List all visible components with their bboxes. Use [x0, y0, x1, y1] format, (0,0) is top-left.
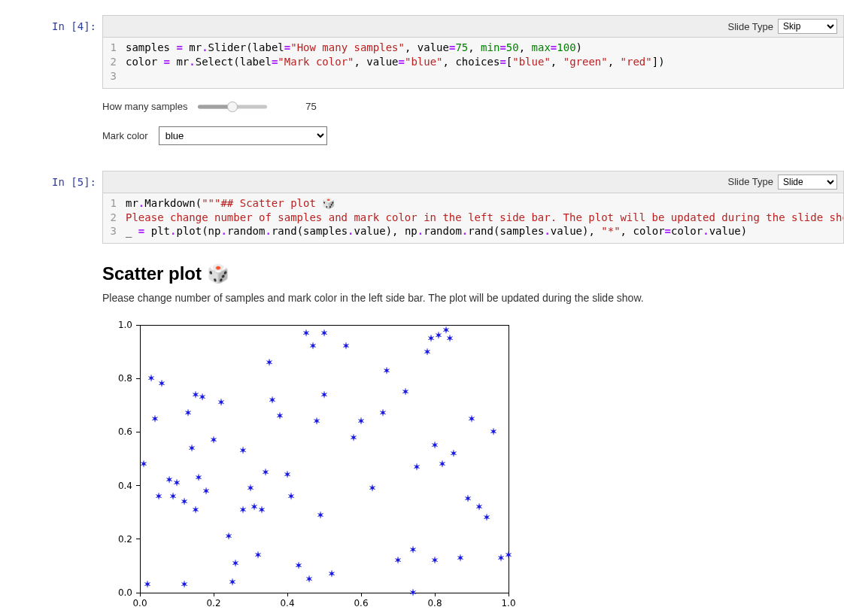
slide-type-select-4[interactable]: -SlideSub-SlideFragmentSkipNotes — [778, 19, 837, 34]
svg-text:✶: ✶ — [202, 486, 210, 496]
svg-text:✶: ✶ — [490, 427, 497, 438]
svg-text:✶: ✶ — [350, 432, 357, 443]
cell-toolbar-5: Slide Type -SlideSub-SlideFragmentSkipNo… — [102, 171, 844, 193]
svg-text:0.4: 0.4 — [280, 598, 294, 608]
svg-text:✶: ✶ — [254, 551, 262, 561]
svg-text:✶: ✶ — [276, 411, 284, 421]
svg-text:✶: ✶ — [210, 435, 217, 445]
svg-text:0.4: 0.4 — [118, 481, 132, 491]
svg-text:✶: ✶ — [379, 408, 387, 419]
svg-text:✶: ✶ — [450, 448, 457, 459]
samples-slider[interactable] — [198, 101, 267, 113]
slider-widget: How many samples 75 — [102, 101, 844, 113]
svg-text:1.0: 1.0 — [118, 320, 132, 330]
svg-text:✶: ✶ — [483, 513, 490, 523]
svg-text:✶: ✶ — [295, 561, 302, 572]
svg-text:✶: ✶ — [239, 505, 247, 515]
line-number-gutter: 1 2 3 — [103, 193, 123, 242]
svg-text:✶: ✶ — [431, 556, 439, 566]
svg-text:✶: ✶ — [305, 575, 313, 585]
svg-text:✶: ✶ — [147, 374, 155, 384]
svg-text:✶: ✶ — [409, 587, 417, 598]
scatter-plot-heading: Scatter plot 🎲 — [102, 263, 844, 284]
svg-text:✶: ✶ — [435, 331, 442, 341]
svg-text:✶: ✶ — [247, 484, 254, 494]
svg-text:✶: ✶ — [413, 462, 420, 472]
svg-text:✶: ✶ — [192, 390, 199, 400]
code-editor-5[interactable]: 1 2 3 mr.Markdown("""## Scatter plot 🎲 P… — [102, 193, 844, 244]
svg-text:✶: ✶ — [369, 484, 376, 494]
svg-text:✶: ✶ — [317, 510, 324, 520]
svg-text:✶: ✶ — [181, 496, 188, 507]
svg-text:✶: ✶ — [424, 347, 431, 357]
svg-text:✶: ✶ — [144, 580, 151, 590]
slider-value: 75 — [296, 101, 326, 112]
svg-text:✶: ✶ — [266, 357, 273, 368]
svg-text:✶: ✶ — [342, 341, 350, 352]
svg-text:✶: ✶ — [151, 414, 159, 424]
svg-text:✶: ✶ — [165, 475, 173, 486]
svg-text:✶: ✶ — [173, 478, 181, 488]
svg-text:✶: ✶ — [258, 505, 266, 515]
select-label: Mark color — [102, 130, 148, 141]
svg-text:✶: ✶ — [468, 414, 475, 424]
svg-text:✶: ✶ — [464, 494, 472, 505]
svg-text:✶: ✶ — [394, 556, 402, 566]
cell-5: In [5]: Slide Type -SlideSub-SlideFragme… — [0, 171, 844, 616]
svg-text:✶: ✶ — [505, 551, 512, 561]
svg-text:✶: ✶ — [140, 459, 147, 469]
svg-text:0.2: 0.2 — [206, 598, 220, 608]
cell-4: In [4]: Slide Type -SlideSub-SlideFragme… — [0, 15, 844, 163]
svg-text:✶: ✶ — [402, 387, 409, 397]
svg-text:✶: ✶ — [225, 532, 232, 542]
svg-text:✶: ✶ — [302, 328, 310, 338]
line-number-gutter: 1 2 3 — [103, 38, 123, 86]
code-content[interactable]: samples = mr.Slider(label="How many samp… — [123, 38, 843, 86]
svg-text:✶: ✶ — [287, 491, 295, 502]
output-markdown-chart: Scatter plot 🎲 Please change number of s… — [102, 244, 844, 616]
notebook: In [4]: Slide Type -SlideSub-SlideFragme… — [0, 15, 844, 616]
slider-label: How many samples — [102, 101, 187, 112]
svg-text:✶: ✶ — [309, 341, 317, 352]
svg-text:✶: ✶ — [250, 502, 258, 512]
output-widgets: How many samples 75 Mark color bluegreen… — [102, 89, 844, 163]
svg-text:✶: ✶ — [457, 553, 464, 563]
input-prompt-4: In [4]: — [0, 15, 102, 163]
svg-text:✶: ✶ — [431, 441, 439, 451]
svg-text:✶: ✶ — [158, 379, 165, 390]
svg-text:✶: ✶ — [181, 580, 188, 590]
svg-text:✶: ✶ — [239, 446, 247, 457]
svg-text:0.8: 0.8 — [118, 374, 132, 384]
svg-rect-0 — [140, 325, 509, 593]
svg-text:✶: ✶ — [199, 392, 206, 402]
svg-text:✶: ✶ — [195, 472, 202, 483]
svg-text:✶: ✶ — [269, 395, 276, 405]
svg-text:✶: ✶ — [320, 328, 328, 338]
scatter-chart: 0.00.20.40.60.81.00.00.20.40.60.81.0✶✶✶✶… — [102, 316, 524, 616]
svg-text:✶: ✶ — [284, 470, 291, 481]
svg-text:✶: ✶ — [192, 505, 199, 515]
cell-toolbar-4: Slide Type -SlideSub-SlideFragmentSkipNo… — [102, 15, 844, 37]
svg-text:0.0: 0.0 — [118, 587, 132, 598]
svg-text:0.0: 0.0 — [132, 598, 147, 608]
svg-text:✶: ✶ — [475, 502, 483, 512]
slide-type-label: Slide Type — [728, 176, 773, 187]
svg-text:✶: ✶ — [188, 443, 196, 454]
code-content[interactable]: mr.Markdown("""## Scatter plot 🎲 Please … — [123, 193, 844, 242]
svg-text:✶: ✶ — [328, 569, 335, 579]
slide-type-label: Slide Type — [728, 21, 773, 32]
code-editor-4[interactable]: 1 2 3 samples = mr.Slider(label="How man… — [102, 37, 844, 89]
svg-text:✶: ✶ — [439, 459, 446, 469]
svg-text:✶: ✶ — [169, 491, 177, 502]
svg-text:✶: ✶ — [313, 417, 320, 427]
mark-color-select[interactable]: bluegreenred — [159, 126, 327, 145]
svg-text:0.6: 0.6 — [118, 427, 132, 438]
svg-text:✶: ✶ — [229, 577, 236, 587]
svg-text:✶: ✶ — [497, 553, 505, 563]
slide-type-select-5[interactable]: -SlideSub-SlideFragmentSkipNotes — [778, 174, 837, 190]
scatter-plot-description: Please change number of samples and mark… — [102, 292, 844, 304]
svg-text:✶: ✶ — [427, 333, 435, 344]
svg-text:✶: ✶ — [409, 545, 417, 555]
svg-text:✶: ✶ — [184, 408, 192, 419]
svg-text:1.0: 1.0 — [501, 598, 515, 608]
